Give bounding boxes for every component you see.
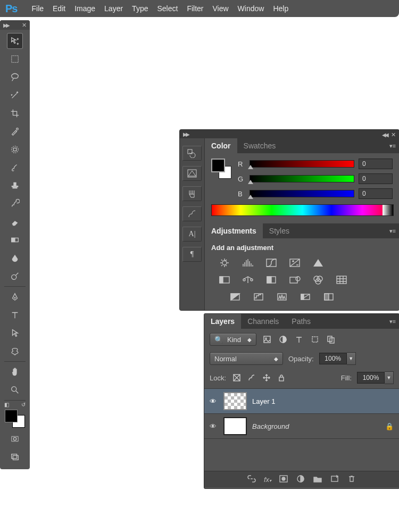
history-brush-tool[interactable] [7,196,23,212]
blur-tool[interactable] [7,250,23,266]
tab-styles[interactable]: Styles [263,223,296,238]
visibility-icon[interactable]: 👁 [210,397,218,405]
brush-tool[interactable] [7,160,23,176]
eraser-tool[interactable] [7,214,23,230]
r-slider[interactable] [250,160,354,168]
layer-filter-dropdown[interactable]: 🔍Kind◆ [210,333,256,346]
color-fg-bg-swatch[interactable] [211,159,231,179]
lock-pixels-icon[interactable] [246,373,257,383]
menu-type[interactable]: Type [132,4,148,13]
new-adjustment-layer-icon[interactable] [296,475,305,485]
panel-group-header[interactable]: ▶▶ ◀◀ ✕ [180,130,399,138]
g-value[interactable]: 0 [359,173,393,184]
pen-tool[interactable] [7,289,23,305]
threshold-icon[interactable] [275,291,289,303]
vibrance-icon[interactable] [311,257,325,269]
fill-field[interactable]: 100%▼ [357,371,394,384]
screen-mode-tool[interactable] [7,449,23,465]
delete-layer-icon[interactable] [347,475,356,485]
default-colors-icon[interactable]: ◧ [4,402,9,408]
tab-adjustments[interactable]: Adjustments [205,223,263,238]
invert-icon[interactable] [228,291,242,303]
paragraph-panel-icon[interactable]: ¶ [182,247,202,262]
swap-colors-icon[interactable]: ↺ [21,402,26,408]
layers-flyout-icon[interactable]: ▾≡ [389,318,399,325]
link-layers-icon[interactable] [247,475,256,485]
lock-all-icon[interactable] [276,373,287,383]
tab-paths[interactable]: Paths [285,314,317,329]
lock-position-icon[interactable] [261,373,272,383]
magic-wand-tool[interactable] [7,87,23,103]
filter-smart-icon[interactable] [326,335,336,344]
spectrum-ramp[interactable] [211,204,394,216]
posterize-icon[interactable] [252,291,265,303]
color-balance-icon[interactable] [241,274,255,286]
path-selection-tool[interactable] [7,325,23,341]
menu-select[interactable]: Select [157,4,178,13]
menu-window[interactable]: Window [238,4,264,13]
brushes-panel-icon[interactable] [182,186,202,201]
crop-tool[interactable] [7,105,23,121]
eyedropper-tool[interactable] [7,123,23,139]
b-slider[interactable] [250,190,354,197]
channel-mixer-icon[interactable] [311,274,325,286]
layer-thumbnail[interactable] [223,417,247,435]
black-white-icon[interactable] [264,274,278,286]
properties-panel-icon[interactable] [182,166,202,181]
new-group-icon[interactable] [313,475,322,485]
layer-item-background[interactable]: 👁 Background 🔒 [204,413,399,438]
filter-adjustment-icon[interactable] [278,335,288,344]
tab-color[interactable]: Color [205,138,237,153]
filter-type-icon[interactable] [294,335,304,344]
menu-layer[interactable]: Layer [104,4,123,13]
spot-healing-tool[interactable] [7,142,23,157]
b-value[interactable]: 0 [359,188,393,199]
dodge-tool[interactable] [7,268,23,284]
shape-tool[interactable] [7,343,23,359]
layer-mask-icon[interactable] [279,475,288,485]
menu-edit[interactable]: Edit [53,4,65,13]
selective-color-icon[interactable] [322,291,336,303]
quick-mask-tool[interactable] [7,431,23,447]
menu-file[interactable]: File [31,4,44,13]
r-value[interactable]: 0 [359,159,393,169]
hand-tool[interactable] [7,364,23,380]
character-panel-icon[interactable]: A| [182,227,202,242]
brush-presets-panel-icon[interactable] [182,206,202,221]
lasso-tool[interactable] [7,69,23,85]
adjustments-flyout-icon[interactable]: ▾≡ [389,228,399,235]
toolbar-expand-icon[interactable]: ▶▶ [3,22,9,28]
photo-filter-icon[interactable] [288,274,302,286]
hue-saturation-icon[interactable] [218,274,231,286]
layer-item-layer1[interactable]: 👁 Layer 1 [204,388,399,413]
opacity-field[interactable]: 100%▼ [319,352,356,365]
lock-transparency-icon[interactable] [231,373,242,383]
history-panel-icon[interactable] [182,146,202,161]
brightness-contrast-icon[interactable] [218,257,231,269]
clone-stamp-tool[interactable] [7,178,23,194]
gradient-tool[interactable] [7,232,23,248]
layer-name[interactable]: Background [252,422,289,430]
filter-shape-icon[interactable] [310,335,320,344]
g-slider[interactable] [250,175,354,182]
type-tool[interactable] [7,307,23,323]
panel-close-icon[interactable]: ✕ [391,131,396,138]
exposure-icon[interactable] [288,257,302,269]
filter-pixel-icon[interactable] [262,335,272,344]
new-layer-icon[interactable] [330,475,339,485]
layer-name[interactable]: Layer 1 [252,397,275,405]
zoom-tool[interactable] [7,382,23,398]
curves-icon[interactable] [264,257,278,269]
foreground-background-colors[interactable] [5,410,25,428]
color-panel-flyout-icon[interactable]: ▾≡ [389,143,399,149]
tab-channels[interactable]: Channels [241,314,285,329]
layer-effects-icon[interactable]: fx▾ [264,476,271,484]
layer-thumbnail[interactable] [223,392,247,410]
tab-layers[interactable]: Layers [204,314,241,329]
marquee-tool[interactable] [7,51,23,67]
toolbar-close-icon[interactable]: ✕ [22,22,27,29]
menu-view[interactable]: View [213,4,229,13]
move-tool[interactable] [7,33,23,49]
levels-icon[interactable] [241,257,255,269]
panel-collapse-icon[interactable]: ◀◀ [382,132,387,138]
